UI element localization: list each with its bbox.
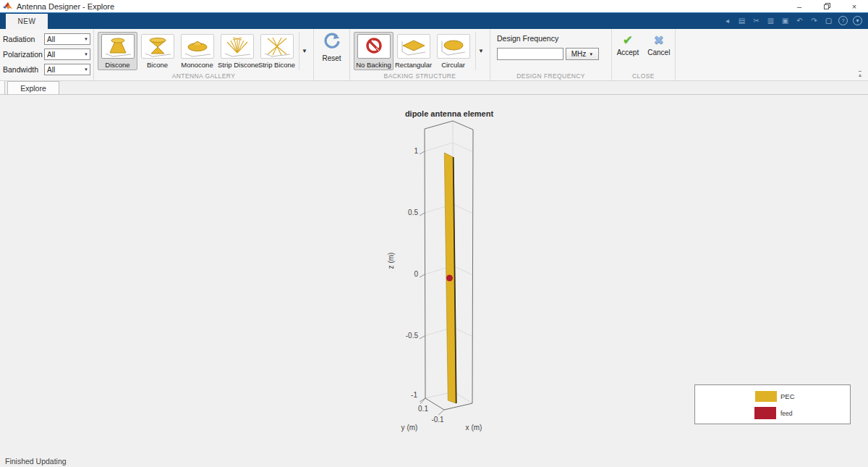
ribbon: Radiation All ▼ Polarization All ▼ Bandw…: [0, 29, 868, 81]
matlab-logo-icon: [3, 2, 12, 10]
close-group-label: CLOSE: [612, 72, 675, 80]
window-title: Antenna Designer - Explore: [17, 2, 114, 11]
z-tick-05: 0.5: [408, 209, 418, 216]
status-bar: Finished Updating: [0, 455, 868, 467]
discone-icon: [102, 35, 134, 57]
gallery-item-bicone[interactable]: Bicone: [137, 32, 177, 70]
gallery-item-monocone[interactable]: Monocone: [177, 32, 217, 70]
plot-legend: PEC feed: [694, 384, 851, 424]
ribbon-tab-band: NEW ◂ ▤ ✂ ▥ ▣ ↶ ↷ ▢ ? ▾: [0, 12, 868, 29]
bandwidth-label: Bandwidth: [3, 65, 44, 74]
feed-point: [446, 275, 453, 282]
back-chevron-icon[interactable]: ◂: [723, 17, 732, 25]
legend-label-pec: PEC: [780, 392, 795, 400]
chevron-down-icon: ▼: [84, 67, 88, 72]
backing-item-rectangular[interactable]: Rectangular: [393, 32, 433, 70]
strip-discone-icon: [221, 35, 253, 57]
legend-swatch-feed: [754, 407, 776, 419]
tab-new[interactable]: NEW: [6, 14, 48, 29]
z-tick-m1: -1: [411, 391, 417, 399]
rectangular-backing-icon: [398, 35, 430, 57]
design-frequency-group-label: DESIGN FREQUENCY: [490, 72, 611, 80]
legend-label-feed: feed: [780, 410, 793, 417]
polarization-select[interactable]: All ▼: [44, 49, 90, 60]
no-backing-icon: [358, 35, 390, 57]
radiation-label: Radiation: [3, 35, 44, 43]
antenna-gallery-group: Discone Bicone Monocone: [94, 29, 314, 80]
cut-icon[interactable]: ✂: [752, 17, 761, 25]
accept-check-icon: ✔: [617, 33, 639, 48]
restore-button[interactable]: [813, 0, 841, 12]
quick-access-toolbar: ◂ ▤ ✂ ▥ ▣ ↶ ↷ ▢ ? ▾: [723, 12, 868, 29]
plot-area: dipole antenna element 1 0.5 0 -0.5 -1 0…: [0, 95, 868, 455]
z-tick-m05: -0.5: [406, 332, 419, 340]
design-frequency-label: Design Frequency: [497, 34, 608, 43]
minimize-button[interactable]: –: [786, 0, 813, 12]
close-group: ✔ Accept ✖ Cancel CLOSE: [612, 29, 676, 80]
monocone-icon: [182, 35, 213, 57]
window-layout-icon[interactable]: ▢: [824, 17, 833, 25]
collapse-ribbon-button[interactable]: ▴: [859, 71, 861, 77]
gallery-item-strip-bicone[interactable]: Strip Bicone: [257, 32, 297, 70]
backing-item-no-backing[interactable]: No Backing: [354, 32, 393, 70]
reset-icon: [323, 33, 341, 50]
design-frequency-input[interactable]: [497, 48, 563, 60]
gallery-group-label: ANTENNA GALLERY: [94, 72, 313, 80]
polarization-label: Polarization: [3, 50, 44, 59]
backing-structure-group: No Backing Rectangular Circular ▼ BACK: [350, 29, 490, 80]
status-text: Finished Updating: [5, 457, 67, 466]
help-icon[interactable]: ?: [838, 16, 848, 25]
collapsed-panel-strip[interactable]: [0, 81, 5, 94]
backing-expand-button[interactable]: ▼: [475, 32, 486, 70]
close-button[interactable]: ×: [841, 0, 868, 12]
bicone-icon: [142, 35, 174, 57]
chevron-down-icon: ▼: [478, 48, 484, 54]
more-options-icon[interactable]: ▾: [853, 16, 862, 25]
reset-group: Reset: [314, 29, 350, 80]
x-axis-label: x (m): [466, 424, 482, 432]
plot-title: dipole antenna element: [405, 109, 494, 118]
ribbon-filler: ▴: [676, 29, 868, 80]
chevron-down-icon: ▼: [589, 52, 593, 56]
y-tick: 0.1: [418, 405, 428, 413]
design-frequency-group: Design Frequency MHz ▼ DESIGN FREQUENCY: [490, 29, 612, 80]
gallery-item-strip-discone[interactable]: Strip Discone: [217, 32, 257, 70]
legend-swatch-pec: [755, 391, 777, 402]
y-axis-label: y (m): [401, 424, 418, 432]
gallery-expand-button[interactable]: ▼: [299, 32, 310, 70]
chevron-down-icon: ▼: [84, 52, 88, 56]
frequency-unit-select[interactable]: MHz ▼: [566, 48, 599, 60]
filter-group: Radiation All ▼ Polarization All ▼ Bandw…: [0, 29, 94, 80]
gallery-item-discone[interactable]: Discone: [98, 32, 137, 70]
z-tick-0: 0: [414, 270, 418, 278]
chevron-down-icon: ▼: [84, 37, 88, 41]
paste-icon[interactable]: ▣: [780, 17, 790, 25]
circular-backing-icon: [438, 35, 469, 57]
save-icon[interactable]: ▤: [737, 17, 746, 25]
radiation-select[interactable]: All ▼: [44, 33, 90, 45]
chevron-down-icon: ▼: [302, 48, 307, 54]
reset-button[interactable]: Reset: [318, 33, 346, 62]
z-tick-1: 1: [414, 147, 418, 155]
tab-explore[interactable]: Explore: [7, 81, 59, 94]
z-axis-label: z (m): [387, 253, 395, 269]
bandwidth-select[interactable]: All ▼: [44, 64, 90, 75]
cancel-button[interactable]: ✖ Cancel: [647, 33, 670, 71]
backing-group-label: BACKING STRUCTURE: [350, 72, 490, 80]
copy-icon[interactable]: ▥: [766, 17, 775, 25]
document-tab-bar: Explore: [0, 81, 868, 95]
cancel-cross-icon: ✖: [647, 33, 670, 48]
redo-icon[interactable]: ↷: [809, 17, 819, 25]
restore-icon: [824, 3, 830, 9]
strip-bicone-icon: [261, 35, 293, 57]
tick-marks: [420, 151, 444, 415]
title-bar: Antenna Designer - Explore – ×: [0, 0, 868, 12]
backing-item-circular[interactable]: Circular: [433, 32, 473, 70]
undo-icon[interactable]: ↶: [795, 17, 804, 25]
accept-button[interactable]: ✔ Accept: [617, 33, 639, 71]
x-tick: -0.1: [431, 416, 444, 424]
